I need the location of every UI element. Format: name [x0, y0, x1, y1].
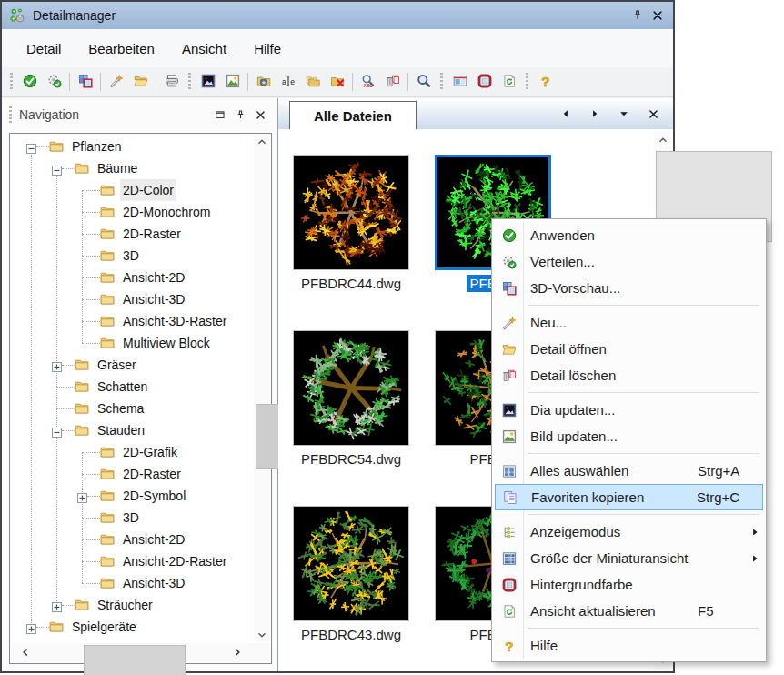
file-name-label[interactable]: PFBDRC44.dwg	[280, 276, 422, 291]
context-menu-item-neu[interactable]: Neu...	[495, 309, 763, 336]
context-menu-item-ansicht-aktualisieren[interactable]: Ansicht aktualisierenF5	[495, 598, 763, 624]
pin-icon[interactable]	[230, 106, 250, 124]
new-wand-button[interactable]	[104, 70, 128, 95]
panel-grip[interactable]	[9, 106, 12, 123]
delete-detail-button[interactable]	[380, 70, 405, 95]
zoom-button[interactable]	[411, 70, 436, 95]
tab-list-icon[interactable]	[617, 106, 631, 121]
tree-item-str-ucher[interactable]: Sträucher	[12, 594, 252, 616]
file-name-label[interactable]: PFBDRC43.dwg	[280, 627, 422, 642]
tree-item-2d-color[interactable]: 2D-Color	[12, 179, 252, 201]
menubar-item-ansicht[interactable]: Ansicht	[168, 35, 240, 63]
toolbar-grip[interactable]	[440, 73, 443, 91]
tab-prev-icon[interactable]	[558, 106, 573, 121]
tree-item-2d-raster[interactable]: 2D-Raster	[12, 223, 252, 245]
menubar-item-hilfe[interactable]: Hilfe	[240, 35, 295, 63]
thumbnail-image[interactable]	[293, 506, 409, 621]
expand-icon[interactable]	[52, 359, 62, 369]
tree-item-2d-raster[interactable]: 2D-Raster	[12, 463, 252, 485]
scroll-left-icon[interactable]	[18, 645, 33, 660]
scroll-down-icon[interactable]	[255, 628, 269, 642]
favorites-folder-button[interactable]	[251, 70, 276, 95]
distribute-button[interactable]	[42, 70, 66, 95]
delete-folder-button[interactable]	[325, 70, 349, 95]
help-button[interactable]: ?	[533, 70, 558, 95]
collapse-icon[interactable]	[52, 163, 62, 173]
tree-connector	[82, 234, 100, 235]
float-window-icon[interactable]	[210, 106, 230, 124]
copy-folder-button[interactable]	[300, 70, 325, 95]
search-text-button[interactable]: ABC	[356, 70, 380, 95]
toolbar-grip[interactable]	[526, 73, 528, 91]
tree-item-stauden[interactable]: Stauden	[12, 419, 252, 441]
context-menu-item-detail-löschen[interactable]: Detail löschen	[495, 362, 763, 388]
pin-button[interactable]	[628, 5, 648, 25]
thumbnail-image[interactable]	[293, 330, 409, 446]
close-button[interactable]	[648, 5, 668, 25]
tree-item-ansicht-3d-raster[interactable]: Ansicht-3D-Raster	[12, 310, 252, 332]
folder-icon	[100, 270, 116, 284]
apply-button[interactable]	[17, 70, 42, 95]
menubar-item-detail[interactable]: Detail	[13, 35, 75, 63]
folder-icon	[75, 401, 90, 415]
rename-button[interactable]: ae	[276, 70, 300, 95]
toolbar-grip[interactable]	[188, 73, 191, 91]
file-name-label[interactable]: PFBDRC54.dwg	[280, 451, 422, 467]
tree-item-ansicht-3d[interactable]: Ansicht-3D	[12, 572, 252, 594]
tree-item-ansicht-2d[interactable]: Ansicht-2D	[12, 529, 252, 550]
context-menu-item-größe-der-miniaturansicht[interactable]: Größe der Miniaturansicht	[495, 545, 763, 571]
tree-item-multiview-block[interactable]: Multiview Block	[12, 332, 252, 354]
tree-item-ansicht-2d-raster[interactable]: Ansicht-2D-Raster	[12, 550, 252, 572]
tree-item-pflanzen[interactable]: Pflanzen	[12, 136, 252, 157]
context-menu-item-hintergrundfarbe[interactable]: Hintergrundfarbe	[495, 571, 763, 598]
tree-item-schatten[interactable]: Schatten	[12, 376, 252, 398]
bild-update-button[interactable]	[220, 70, 245, 95]
tree-item-3d[interactable]: 3D	[12, 245, 252, 267]
tree-item-b-ume[interactable]: Bäume	[12, 157, 252, 179]
context-menu-item-verteilen[interactable]: Verteilen...	[495, 248, 763, 275]
tree-item-2d-symbol[interactable]: 2D-Symbol	[12, 485, 252, 507]
tree-item-3d[interactable]: 3D	[12, 507, 252, 529]
tab-alle-dateien[interactable]: Alle Dateien	[289, 101, 417, 129]
scroll-up-icon[interactable]	[255, 135, 269, 149]
context-menu-item-detail-öffnen[interactable]: Detail öffnen	[495, 336, 763, 362]
tree-item-gr-ser[interactable]: Gräser	[12, 354, 252, 376]
open-folder-button[interactable]	[128, 70, 153, 95]
tree-item-spielger-te[interactable]: Spielgeräte	[12, 616, 252, 638]
tab-close-icon[interactable]	[646, 106, 660, 121]
split-view-button[interactable]	[447, 70, 472, 95]
tree-hscroll-thumb[interactable]	[84, 645, 186, 675]
context-menu-item-dia-updaten[interactable]: Dia updaten...	[495, 397, 763, 423]
collapse-icon[interactable]	[26, 141, 36, 151]
expand-icon[interactable]	[26, 621, 36, 631]
tree-item-schema[interactable]: Schema	[12, 398, 252, 419]
context-menu-item-favoriten-kopieren[interactable]: Favoriten kopierenStrg+C	[495, 484, 763, 510]
context-menu-item-3d-vorschau[interactable]: 3D-Vorschau...	[495, 275, 763, 301]
context-menu-item-anwenden[interactable]: Anwenden	[495, 222, 763, 248]
dia-update-button[interactable]	[196, 70, 220, 95]
tree-item-ansicht-3d[interactable]: Ansicht-3D	[12, 288, 252, 310]
collapse-icon[interactable]	[52, 425, 62, 435]
close-panel-icon[interactable]	[250, 106, 270, 124]
context-menu-item-alles-auswählen[interactable]: Alles auswählenStrg+A	[495, 458, 763, 484]
background-color-button[interactable]	[472, 70, 497, 95]
delete-folder-icon	[330, 74, 345, 91]
thumbnail-image[interactable]	[293, 155, 409, 270]
content-scroll-up-icon[interactable]	[656, 133, 670, 147]
menubar-item-bearbeiten[interactable]: Bearbeiten	[75, 35, 168, 63]
context-menu-item-anzeigemodus[interactable]: Anzeigemodus	[495, 519, 763, 545]
expand-icon[interactable]	[52, 599, 62, 610]
print-button[interactable]	[159, 70, 184, 95]
tree-item-2d-grafik[interactable]: 2D-Grafik	[12, 441, 252, 463]
preview-3d-button[interactable]	[73, 70, 97, 95]
tree-item-ansicht-2d[interactable]: Ansicht-2D	[12, 267, 252, 288]
tab-next-icon[interactable]	[588, 106, 602, 121]
scroll-right-icon[interactable]	[230, 645, 245, 660]
expand-icon[interactable]	[77, 490, 87, 500]
context-menu-item-bild-updaten[interactable]: Bild updaten...	[495, 423, 763, 449]
tree-connector	[62, 168, 75, 169]
context-menu-item-hilfe[interactable]: ?Hilfe	[495, 632, 763, 659]
refresh-button[interactable]	[497, 70, 521, 95]
toolbar-grip[interactable]	[10, 73, 13, 91]
tree-item-2d-monochrom[interactable]: 2D-Monochrom	[12, 201, 252, 223]
